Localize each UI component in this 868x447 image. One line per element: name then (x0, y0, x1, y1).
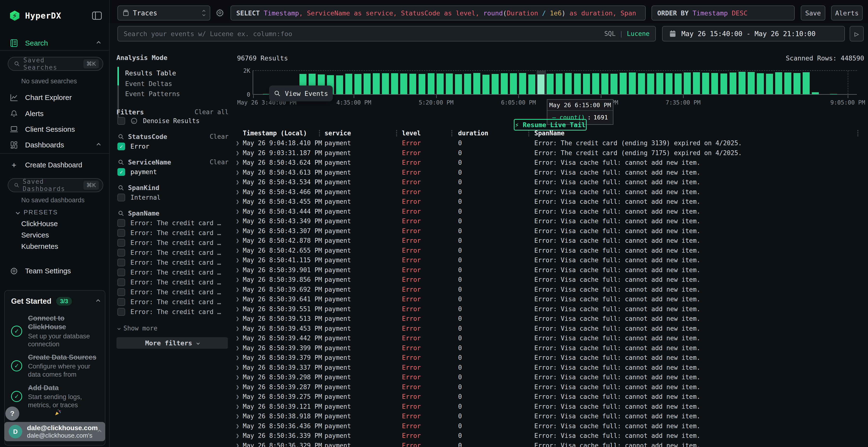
histogram-bar[interactable] (592, 73, 599, 94)
table-row[interactable]: ❯May 26 8:50:43.455 PMpaymentError0Error… (234, 197, 868, 207)
row-expand-chevron-icon[interactable]: ❯ (236, 285, 239, 295)
get-started-step-add-data[interactable]: ✓ Add Data Start sending logs, metrics, … (11, 383, 100, 409)
histogram-bar[interactable] (382, 73, 389, 94)
save-button[interactable]: Save (801, 5, 825, 21)
mode-results-table[interactable]: Results Table (125, 69, 176, 77)
more-filters-button[interactable]: More filters (117, 337, 228, 349)
collapse-chevron-icon[interactable] (97, 143, 101, 147)
saved-searches-input[interactable]: Saved Searches ⌘K (8, 57, 103, 71)
histogram-bar[interactable] (803, 72, 810, 94)
sidebar-item-client-sessions[interactable]: Client Sessions (0, 122, 110, 136)
checkbox-unchecked-icon[interactable] (117, 288, 125, 296)
histogram-bar[interactable] (583, 74, 590, 94)
facet-option-SpanName[interactable]: Error: The credit card … (117, 229, 228, 237)
row-expand-chevron-icon[interactable]: ❯ (236, 324, 239, 334)
histogram-bar[interactable] (748, 72, 755, 94)
row-expand-chevron-icon[interactable]: ❯ (236, 333, 239, 343)
histogram-bar[interactable] (766, 74, 773, 94)
row-expand-chevron-icon[interactable]: ❯ (236, 168, 239, 177)
histogram-bar[interactable] (547, 74, 554, 94)
preset-clickhouse[interactable]: ClickHouse (21, 220, 58, 228)
histogram-bar[interactable] (647, 73, 654, 94)
checkbox-unchecked-icon[interactable] (117, 278, 125, 286)
histogram-bar[interactable] (418, 74, 426, 94)
mode-event-deltas[interactable]: Event Deltas (125, 80, 172, 88)
histogram-bar[interactable] (373, 73, 380, 94)
row-expand-chevron-icon[interactable]: ❯ (236, 158, 239, 168)
table-row[interactable]: ❯May 26 8:50:39.399 PMpaymentError0Error… (234, 343, 868, 353)
checkbox-unchecked-icon[interactable] (117, 308, 125, 316)
source-select[interactable]: Traces (117, 5, 210, 21)
preset-kubernetes[interactable]: Kubernetes (21, 242, 58, 250)
histogram-bar[interactable] (510, 73, 517, 94)
row-expand-chevron-icon[interactable]: ❯ (236, 138, 239, 148)
table-row[interactable]: ❯May 26 8:50:36.436 PMpaymentError0Error… (234, 421, 868, 431)
histogram-bar[interactable] (400, 73, 407, 94)
histogram-bar[interactable] (675, 73, 682, 94)
table-row[interactable]: ❯May 26 8:50:41.115 PMpaymentError0Error… (234, 255, 868, 265)
preset-services[interactable]: Services (21, 231, 49, 239)
facet-option-StatusCode[interactable]: ✓Error (117, 143, 228, 150)
histogram-bar[interactable] (665, 73, 673, 94)
row-expand-chevron-icon[interactable]: ❯ (236, 402, 239, 412)
facet-option-SpanName[interactable]: Error: The credit card … (117, 278, 228, 286)
histogram-bar[interactable] (574, 73, 581, 94)
checkbox-unchecked-icon[interactable] (117, 229, 125, 237)
row-expand-chevron-icon[interactable]: ❯ (236, 372, 239, 382)
histogram-bar[interactable] (565, 73, 572, 94)
row-expand-chevron-icon[interactable]: ❯ (236, 392, 239, 402)
table-row[interactable]: ❯May 26 8:50:39.551 PMpaymentError0Error… (234, 304, 868, 314)
row-expand-chevron-icon[interactable]: ❯ (236, 411, 239, 421)
table-row[interactable]: ❯May 26 8:50:43.307 PMpaymentError0Error… (234, 226, 868, 236)
event-histogram[interactable]: May 26 3:40:00 PM4:35:00 PM5:20:00 PM6:0… (253, 70, 857, 95)
checkbox-unchecked-icon[interactable] (117, 219, 125, 227)
table-row[interactable]: ❯May 26 8:50:39.287 PMpaymentError0Error… (234, 382, 868, 392)
row-expand-chevron-icon[interactable]: ❯ (236, 265, 239, 275)
help-button[interactable]: ? (5, 407, 19, 420)
histogram-bar[interactable] (830, 94, 837, 94)
row-expand-chevron-icon[interactable]: ❯ (236, 255, 239, 265)
clear-all-button[interactable]: Clear all (194, 108, 228, 115)
order-by-input[interactable]: ORDER BY Timestamp DESC (651, 5, 795, 21)
histogram-bar[interactable] (354, 74, 362, 94)
row-expand-chevron-icon[interactable]: ❯ (236, 148, 239, 158)
row-expand-chevron-icon[interactable]: ❯ (236, 314, 239, 324)
table-row[interactable]: ❯May 26 8:50:43.466 PMpaymentError0Error… (234, 187, 868, 197)
presets-toggle[interactable]: PRESETS (17, 209, 58, 216)
table-row[interactable]: ❯May 26 9:04:18.410 PMpaymentError0Error… (234, 138, 868, 148)
column-resize-handle[interactable] (528, 130, 529, 136)
histogram-bar[interactable] (601, 73, 608, 94)
row-expand-chevron-icon[interactable]: ❯ (236, 363, 239, 373)
histogram-bar[interactable] (437, 73, 444, 94)
view-events-button[interactable]: View Events (269, 85, 333, 101)
sidebar-item-dashboards[interactable]: Dashboards (0, 138, 110, 152)
facet-clear-StatusCode[interactable]: Clear (210, 133, 228, 140)
user-menu[interactable]: D dale@clickhouse.com dale@clickhouse.co… (4, 422, 105, 441)
facet-option-SpanName[interactable]: Error: The credit card … (117, 269, 228, 276)
row-expand-chevron-icon[interactable]: ❯ (236, 236, 239, 246)
histogram-bar[interactable] (556, 73, 563, 94)
histogram-bar[interactable] (501, 73, 508, 94)
sql-select-input[interactable]: SELECT Timestamp, ServiceName as service… (230, 5, 646, 21)
row-expand-chevron-icon[interactable]: ❯ (236, 353, 239, 363)
table-row[interactable]: ❯May 26 8:50:36.329 PMpaymentError0Error… (234, 441, 868, 447)
histogram-bar[interactable] (391, 73, 398, 94)
table-row[interactable]: ❯May 26 8:50:43.444 PMpaymentError0Error… (234, 207, 868, 216)
facet-option-SpanName[interactable]: Error: The credit card … (117, 239, 228, 247)
col-level[interactable]: level (402, 128, 421, 138)
histogram-bar[interactable] (492, 74, 499, 94)
table-row[interactable]: ❯May 26 8:50:36.339 PMpaymentError0Error… (234, 431, 868, 441)
row-expand-chevron-icon[interactable]: ❯ (236, 187, 239, 197)
row-expand-chevron-icon[interactable]: ❯ (236, 226, 239, 236)
column-resize-handle[interactable] (396, 130, 397, 136)
sidebar-item-team-settings[interactable]: Team Settings (0, 264, 110, 278)
table-row[interactable]: ❯May 26 8:50:39.513 PMpaymentError0Error… (234, 314, 868, 324)
row-expand-chevron-icon[interactable]: ❯ (236, 441, 239, 447)
histogram-bar[interactable] (336, 75, 343, 94)
row-expand-chevron-icon[interactable]: ❯ (236, 177, 239, 187)
table-row[interactable]: ❯May 26 8:50:39.641 PMpaymentError0Error… (234, 294, 868, 304)
row-expand-chevron-icon[interactable]: ❯ (236, 207, 239, 216)
facet-option-SpanName[interactable]: Error: The credit card … (117, 308, 228, 316)
histogram-bar[interactable] (720, 73, 727, 94)
histogram-bar[interactable] (794, 73, 801, 94)
